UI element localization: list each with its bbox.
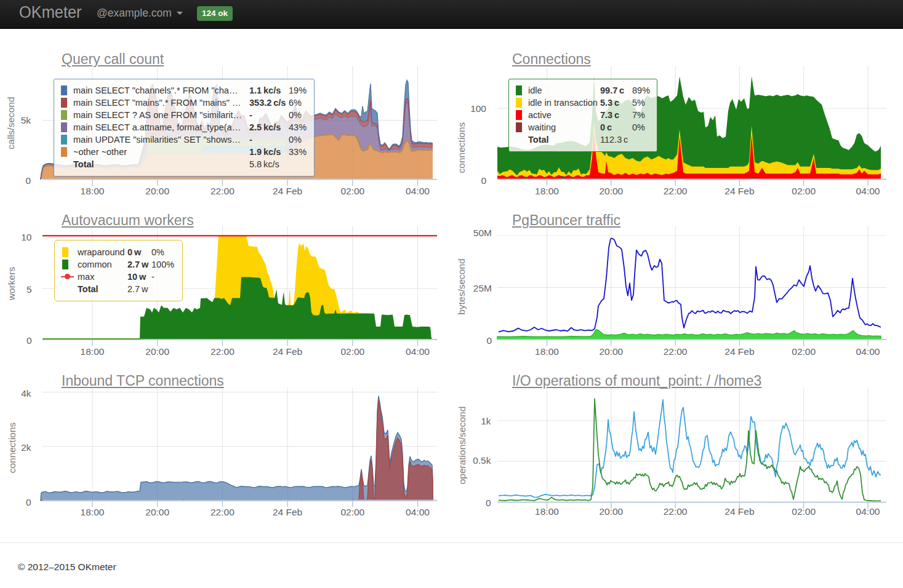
- svg-text:0: 0: [481, 175, 486, 186]
- svg-text:connections: connections: [456, 122, 467, 173]
- svg-text:24 Feb: 24 Feb: [724, 186, 754, 196]
- svg-text:18:00: 18:00: [535, 186, 559, 196]
- svg-text:02:00: 02:00: [340, 186, 364, 196]
- svg-text:0: 0: [25, 175, 31, 186]
- svg-text:22:00: 22:00: [664, 186, 688, 196]
- svg-text:0: 0: [26, 335, 32, 346]
- svg-text:24 Feb: 24 Feb: [724, 346, 754, 357]
- svg-text:4k: 4k: [21, 388, 31, 399]
- svg-text:operations/second: operations/second: [457, 407, 467, 485]
- svg-text:04:00: 04:00: [406, 346, 430, 357]
- svg-text:22:00: 22:00: [211, 507, 235, 517]
- svg-text:20:00: 20:00: [599, 186, 623, 196]
- svg-text:connections: connections: [7, 422, 17, 473]
- svg-text:04:00: 04:00: [406, 507, 430, 517]
- svg-text:18:00: 18:00: [535, 346, 559, 357]
- svg-text:18:00: 18:00: [81, 507, 105, 517]
- svg-text:02:00: 02:00: [340, 507, 364, 517]
- svg-text:02:00: 02:00: [792, 346, 816, 357]
- svg-text:24 Feb: 24 Feb: [273, 507, 302, 517]
- svg-text:1k: 1k: [481, 416, 491, 426]
- svg-text:5: 5: [26, 284, 32, 295]
- svg-text:0: 0: [26, 497, 31, 507]
- svg-text:25M: 25M: [473, 283, 492, 293]
- svg-text:20:00: 20:00: [599, 506, 623, 517]
- svg-text:20:00: 20:00: [599, 346, 623, 357]
- svg-text:2k: 2k: [21, 442, 31, 453]
- svg-text:10: 10: [21, 232, 32, 242]
- svg-text:20:00: 20:00: [145, 507, 169, 517]
- svg-text:18:00: 18:00: [81, 346, 105, 357]
- svg-text:22:00: 22:00: [664, 346, 688, 357]
- svg-text:100: 100: [470, 103, 486, 114]
- svg-text:24 Feb: 24 Feb: [273, 346, 302, 357]
- svg-text:22:00: 22:00: [211, 186, 235, 196]
- svg-text:24 Feb: 24 Feb: [273, 186, 302, 196]
- svg-text:0: 0: [486, 498, 491, 508]
- svg-text:50M: 50M: [473, 228, 492, 238]
- svg-text:bytes/second: bytes/second: [456, 258, 467, 314]
- svg-text:02:00: 02:00: [792, 506, 816, 517]
- svg-text:22:00: 22:00: [664, 506, 688, 517]
- svg-text:04:00: 04:00: [856, 506, 880, 517]
- svg-text:02:00: 02:00: [340, 346, 364, 357]
- svg-text:24 Feb: 24 Feb: [724, 506, 754, 517]
- svg-text:18:00: 18:00: [535, 506, 559, 517]
- svg-text:calls/second: calls/second: [6, 97, 16, 149]
- svg-text:0: 0: [486, 335, 492, 346]
- svg-text:5k: 5k: [21, 115, 31, 125]
- svg-text:20:00: 20:00: [145, 186, 169, 196]
- svg-text:20:00: 20:00: [145, 346, 169, 357]
- svg-text:04:00: 04:00: [856, 186, 880, 196]
- svg-text:18:00: 18:00: [81, 186, 105, 196]
- svg-text:workers: workers: [6, 267, 17, 301]
- svg-text:04:00: 04:00: [856, 346, 880, 357]
- svg-text:22:00: 22:00: [211, 346, 235, 357]
- svg-text:04:00: 04:00: [406, 186, 430, 196]
- svg-text:02:00: 02:00: [792, 186, 816, 196]
- svg-text:0.5k: 0.5k: [473, 455, 491, 466]
